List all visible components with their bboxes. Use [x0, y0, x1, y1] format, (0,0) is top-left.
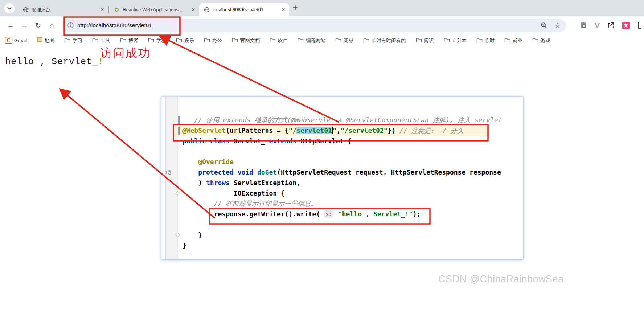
bookmark-item[interactable]: 学校 [148, 37, 166, 44]
servlet-response-text: hello , Servlet_! [5, 57, 104, 67]
bookmark-item[interactable]: 阅读 [416, 37, 434, 44]
folder-icon [416, 37, 422, 44]
browser-tab[interactable]: localhost:8080/servlet01× [199, 3, 289, 16]
tab-close-icon[interactable]: × [280, 7, 286, 13]
bookmark-label: 娱乐 [184, 37, 194, 44]
bookmark-item[interactable]: 编程网站 [298, 37, 325, 44]
success-annotation-label: 访问成功 [100, 45, 151, 61]
new-tab-button[interactable]: + [293, 3, 298, 12]
folder-icon [270, 37, 276, 44]
code-line: public class Servlet_ extends HttpServle… [182, 136, 522, 147]
reload-button[interactable]: ↻ [32, 19, 44, 32]
tab-search-button[interactable] [4, 3, 15, 13]
gutter-override-annotation-icon: ↑@ [165, 169, 171, 175]
parameter-hint-chip: s: [324, 210, 333, 218]
bookmark-item[interactable]: 办公 [204, 37, 222, 44]
folder-icon [532, 37, 538, 44]
bookmark-label: 软件 [278, 37, 288, 44]
folder-icon [204, 37, 210, 44]
globe-icon [204, 7, 210, 13]
browser-tab[interactable]: Reactive Web Applications ::× [109, 3, 199, 16]
code-lines: // 使用 extends 继承的方式(@WebServlet + @Servl… [182, 115, 522, 251]
folder-icon [232, 37, 238, 44]
code-line: } [182, 230, 522, 241]
bookmark-label: 办公 [212, 37, 222, 44]
tab-groups-icon[interactable] [580, 22, 587, 29]
gutter-change-bar [178, 116, 180, 124]
folder-icon [176, 37, 182, 44]
bookmark-item[interactable]: 就业 [504, 37, 522, 44]
folder-icon [504, 37, 510, 44]
bookmark-label: 工具 [101, 37, 110, 44]
bookmark-item[interactable]: 博客 [120, 37, 138, 44]
bookmark-label: 编程网站 [306, 37, 325, 44]
back-button[interactable]: ← [4, 19, 17, 32]
tab-strip: 管理后台×Reactive Web Applications ::×localh… [0, 0, 644, 16]
bookmark-item[interactable]: 专升本 [444, 37, 467, 44]
spring-leaf-icon [114, 7, 120, 13]
code-line: @Override [182, 157, 522, 167]
chevron-down-icon [7, 7, 12, 10]
bookmark-item[interactable]: 工具 [92, 37, 110, 44]
globe-icon [22, 7, 29, 13]
tab-title: Reactive Web Applications :: [123, 7, 188, 12]
bookmark-item[interactable]: 官网文档 [232, 37, 260, 44]
bookmark-label: 游戏 [541, 37, 550, 44]
folder-icon [476, 37, 483, 44]
bookmark-label: 官网文档 [240, 37, 260, 44]
bookmark-star-icon[interactable]: ☆ [554, 21, 561, 30]
folder-icon [64, 37, 70, 44]
tab-close-icon[interactable]: × [99, 7, 105, 13]
bookmark-item[interactable]: 软件 [270, 37, 288, 44]
folder-icon [92, 37, 98, 44]
open-in-new-icon[interactable] [607, 22, 614, 29]
page-viewport: hello , Servlet_! // 使用 extends 继承的方式(@W… [0, 46, 644, 328]
forward-button[interactable]: → [18, 19, 30, 32]
bookmark-label: 博客 [128, 37, 138, 44]
browser-tab[interactable]: 管理后台× [18, 3, 108, 16]
bookmarks-bar: CGmail地图学习工具博客学校娱乐办公官网文档软件编程网站商品临时有时间看的阅… [0, 34, 644, 46]
bookmark-label: 专升本 [452, 37, 467, 44]
bookmark-item[interactable]: 商品 [335, 37, 353, 44]
code-line: IOException { [182, 188, 522, 199]
v-extension-icon[interactable]: V [595, 22, 599, 29]
bookmark-item[interactable]: 学习 [64, 37, 82, 44]
tab-separator [108, 6, 109, 13]
bookmark-label: 学校 [156, 37, 166, 44]
folder-icon [298, 37, 304, 44]
bookmark-label: 地图 [45, 37, 54, 44]
bookmark-label: 临时有时间看的 [372, 37, 406, 44]
bookmark-item[interactable]: CGmail [5, 38, 27, 43]
home-button[interactable]: ⌂ [46, 19, 58, 32]
code-line: ) throws ServletException, [182, 178, 522, 188]
code-line: } [182, 241, 522, 251]
bookmark-item[interactable]: 娱乐 [176, 37, 194, 44]
extensions-area: V 文 [572, 22, 641, 29]
bookmark-label: 学习 [73, 37, 82, 44]
tab-strip-tabs: 管理后台×Reactive Web Applications ::×localh… [18, 3, 289, 16]
tab-title: localhost:8080/servlet01 [213, 7, 278, 12]
code-line: response.getWriter().write( s: "hello , … [182, 209, 522, 220]
code-line [182, 146, 522, 157]
zoom-icon[interactable] [541, 22, 547, 29]
translate-icon[interactable]: 文 [622, 22, 630, 29]
code-line: @WebServlet(urlPatterns = {"/servlet01",… [182, 126, 489, 136]
bookmark-item[interactable]: 临时有时间看的 [363, 37, 406, 44]
bookmark-label: 阅读 [424, 37, 434, 44]
bookmark-label: Gmail [14, 38, 27, 43]
page-info-icon[interactable]: ⓘ [67, 21, 74, 30]
bookmark-item[interactable]: 游戏 [532, 37, 550, 44]
address-bar[interactable]: ⓘ http://localhost:8080/servlet01 ☆ [62, 19, 566, 32]
code-line: // 在前端显示打印显示一些信息。 [182, 198, 522, 209]
bookmark-item[interactable]: 地图 [37, 37, 54, 44]
tab-title: 管理后台 [32, 7, 97, 13]
folder-icon [363, 37, 369, 44]
profile-avatar-partial[interactable] [638, 22, 641, 29]
bookmark-label: 临时 [485, 37, 495, 44]
bookmark-item[interactable]: 临时 [476, 37, 495, 44]
folder-icon [120, 37, 126, 44]
tab-close-icon[interactable]: × [190, 7, 196, 13]
code-line [182, 220, 522, 230]
folder-icon [444, 37, 450, 44]
folder-icon [335, 37, 341, 44]
